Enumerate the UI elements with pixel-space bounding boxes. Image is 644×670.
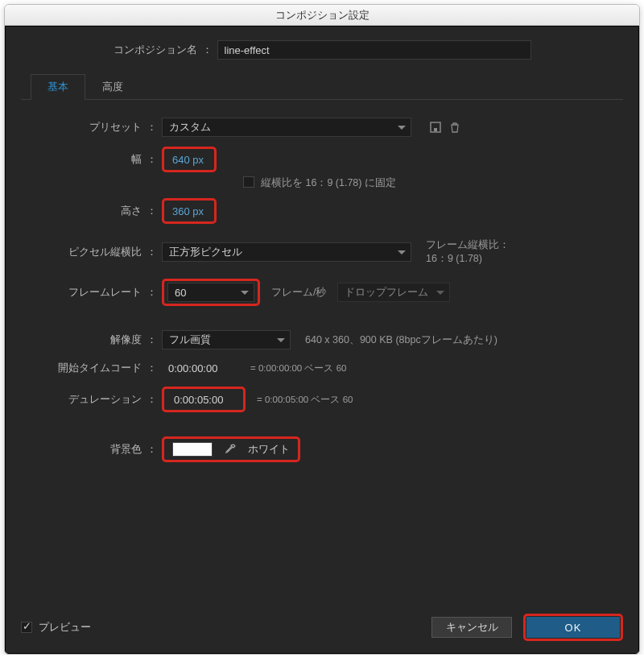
preview-label: プレビュー — [39, 620, 91, 635]
duration-label: デュレーション — [21, 392, 145, 407]
window-content: コンポジション名 ： line-effect 基本 高度 プリセット ： カスタ… — [5, 26, 639, 654]
delete-preset-icon[interactable] — [445, 118, 464, 137]
ok-button[interactable]: OK — [526, 617, 620, 638]
start-tc-input[interactable]: 0:00:00:00 — [162, 359, 239, 377]
window-titlebar: コンポジション設定 — [5, 5, 639, 26]
resolution-select[interactable]: フル画質 — [162, 330, 291, 349]
preset-label: プリセット — [53, 120, 145, 134]
cancel-button[interactable]: キャンセル — [431, 617, 512, 638]
comp-name-label: コンポジション名 — [114, 43, 200, 57]
start-tc-equals: = 0:00:00:00 ベース 60 — [250, 362, 346, 374]
pixel-aspect-select[interactable]: 正方形ピクセル — [162, 242, 411, 262]
preview-checkbox[interactable] — [21, 622, 32, 633]
framerate-label: フレームレート — [21, 285, 145, 300]
lock-aspect-label: 縦横比を 16：9 (1.78) に固定 — [261, 176, 396, 190]
window-title: コンポジション設定 — [275, 9, 369, 21]
preset-select[interactable]: カスタム — [162, 118, 411, 137]
width-label: 幅 — [53, 152, 145, 167]
bgcolor-label: 背景色 — [21, 442, 145, 457]
chevron-down-icon — [398, 250, 406, 254]
bgcolor-swatch[interactable] — [172, 442, 213, 457]
framerate-unit: フレーム/秒 — [271, 286, 326, 300]
comp-name-input[interactable]: line-effect — [217, 40, 531, 60]
height-label: 高さ — [53, 204, 145, 218]
svg-rect-1 — [434, 128, 437, 131]
tabs: 基本 高度 — [21, 74, 623, 100]
resolution-info: 640 x 360、900 KB (8bpcフレームあたり) — [305, 333, 497, 347]
tab-advanced[interactable]: 高度 — [85, 74, 140, 100]
dropframe-select[interactable]: ドロップフレーム — [337, 283, 450, 302]
tab-basic[interactable]: 基本 — [31, 74, 85, 100]
frame-aspect-info: フレーム縦横比： 16：9 (1.78) — [426, 238, 510, 266]
pixel-aspect-label: ピクセル縦横比 — [21, 245, 145, 259]
width-input[interactable]: 640 px — [167, 151, 211, 168]
eyedropper-icon[interactable] — [222, 442, 238, 457]
resolution-label: 解像度 — [21, 333, 145, 347]
composition-settings-window: コンポジション設定 コンポジション名 ： line-effect 基本 高度 プ… — [4, 4, 640, 655]
duration-input[interactable]: 0:00:05:00 — [167, 391, 240, 408]
chevron-down-icon — [241, 291, 249, 295]
bgcolor-name: ホワイト — [248, 442, 290, 457]
chevron-down-icon — [436, 291, 444, 295]
height-input[interactable]: 360 px — [167, 202, 211, 220]
chevron-down-icon — [398, 126, 406, 130]
chevron-down-icon — [277, 338, 285, 342]
start-tc-label: 開始タイムコード — [21, 361, 145, 375]
save-preset-icon[interactable] — [426, 118, 445, 137]
duration-equals: = 0:00:05:00 ベース 60 — [257, 394, 353, 406]
framerate-select[interactable]: 60 — [167, 283, 254, 302]
lock-aspect-checkbox[interactable] — [243, 176, 254, 188]
